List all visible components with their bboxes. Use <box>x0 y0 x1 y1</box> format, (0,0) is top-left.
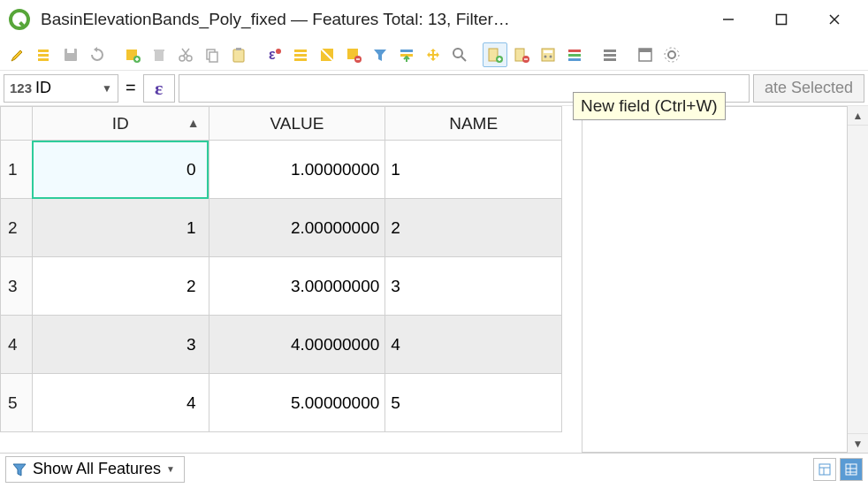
settings-icon[interactable] <box>659 42 684 67</box>
table-row[interactable]: 434.000000004 <box>1 316 562 374</box>
zoom-to-icon[interactable] <box>447 42 472 67</box>
table-empty-area <box>582 106 847 453</box>
maximize-button[interactable] <box>755 2 808 37</box>
dock-icon[interactable] <box>633 42 658 67</box>
deselect-icon[interactable] <box>341 42 366 67</box>
svg-rect-19 <box>233 50 244 62</box>
column-header-name[interactable]: NAME <box>385 107 562 141</box>
svg-point-39 <box>550 55 552 57</box>
cell-id[interactable]: 0 <box>32 141 209 199</box>
equals-label: = <box>122 78 140 98</box>
expression-select-icon[interactable]: ε <box>262 42 286 67</box>
svg-rect-25 <box>294 58 307 61</box>
svg-rect-3 <box>777 15 787 25</box>
invert-select-icon[interactable] <box>315 42 339 67</box>
add-feature-icon[interactable] <box>120 42 145 67</box>
svg-rect-6 <box>38 50 49 52</box>
move-top-icon[interactable] <box>394 42 419 67</box>
svg-rect-18 <box>209 52 217 62</box>
cell-name[interactable]: 5 <box>385 374 562 432</box>
field-calc-bar: 123 ID ▼ = ε ate Selected <box>0 71 868 106</box>
vertical-scrollbar[interactable]: ▲ ▼ <box>847 106 868 453</box>
svg-rect-37 <box>544 50 552 53</box>
reload-icon[interactable] <box>85 42 110 67</box>
cell-id[interactable]: 2 <box>32 257 209 316</box>
table-view-button[interactable] <box>840 458 863 481</box>
filter-icon <box>11 461 27 477</box>
qgis-app-icon <box>7 7 32 32</box>
conditional-format-icon[interactable] <box>562 42 587 67</box>
actions-icon[interactable] <box>598 42 622 67</box>
cell-value[interactable]: 5.00000000 <box>209 374 385 432</box>
delete-field-icon[interactable] <box>509 42 534 67</box>
cell-name[interactable]: 3 <box>385 257 562 316</box>
table-row[interactable]: 212.000000002 <box>1 199 562 257</box>
attribute-table-area: ID▲ VALUE NAME 101.000000001212.00000000… <box>0 106 868 453</box>
svg-rect-8 <box>38 58 49 61</box>
select-all-icon[interactable] <box>288 42 313 67</box>
close-button[interactable] <box>808 2 861 37</box>
svg-rect-44 <box>604 54 616 57</box>
pan-to-icon[interactable] <box>421 42 445 67</box>
svg-rect-50 <box>819 464 830 475</box>
cell-name[interactable]: 1 <box>385 141 562 199</box>
cell-value[interactable]: 3.00000000 <box>209 257 385 316</box>
row-header[interactable]: 3 <box>1 257 33 316</box>
status-bar: Show All Features ▼ <box>0 453 868 484</box>
delete-feature-icon[interactable] <box>147 42 171 67</box>
scroll-up-icon[interactable]: ▲ <box>848 106 868 126</box>
window-controls <box>702 2 861 37</box>
svg-rect-47 <box>639 49 651 52</box>
update-selected-button[interactable]: ate Selected <box>753 74 864 103</box>
cell-id[interactable]: 1 <box>32 199 209 257</box>
toolbar: ε <box>0 39 868 71</box>
field-select[interactable]: 123 ID ▼ <box>4 74 118 103</box>
table-row[interactable]: 101.000000001 <box>1 141 562 199</box>
svg-rect-7 <box>38 54 49 57</box>
column-header-value[interactable]: VALUE <box>209 107 385 141</box>
cell-value[interactable]: 1.00000000 <box>209 141 385 199</box>
window-title: BasinElevationBands_Poly_fixed — Feature… <box>41 10 702 29</box>
row-header[interactable]: 4 <box>1 316 33 374</box>
save-edits-icon[interactable] <box>58 42 83 67</box>
cell-name[interactable]: 4 <box>385 316 562 374</box>
scroll-down-icon[interactable]: ▼ <box>848 433 868 453</box>
svg-point-31 <box>453 49 462 57</box>
svg-point-15 <box>179 56 185 61</box>
multi-edit-icon[interactable] <box>32 42 57 67</box>
column-header-id[interactable]: ID▲ <box>32 107 209 141</box>
row-header[interactable]: 2 <box>1 199 33 257</box>
table-row[interactable]: 545.000000005 <box>1 374 562 432</box>
cell-name[interactable]: 2 <box>385 199 562 257</box>
svg-point-48 <box>668 51 675 58</box>
field-type-prefix: 123 <box>10 80 32 95</box>
svg-rect-29 <box>400 50 413 52</box>
filter-select-icon[interactable] <box>368 42 392 67</box>
svg-rect-53 <box>846 464 857 475</box>
minimize-button[interactable] <box>702 2 755 37</box>
row-header[interactable]: 5 <box>1 374 33 432</box>
svg-rect-42 <box>568 58 581 61</box>
titlebar: BasinElevationBands_Poly_fixed — Feature… <box>0 0 868 39</box>
show-all-features-button[interactable]: Show All Features ▼ <box>5 456 185 483</box>
paste-icon[interactable] <box>226 42 251 67</box>
cell-value[interactable]: 2.00000000 <box>209 199 385 257</box>
field-calc-icon[interactable] <box>536 42 560 67</box>
pencil-icon[interactable] <box>5 42 30 67</box>
table-row[interactable]: 323.000000003 <box>1 257 562 316</box>
attribute-table: ID▲ VALUE NAME 101.000000001212.00000000… <box>0 106 562 432</box>
corner-header[interactable] <box>1 107 33 141</box>
svg-rect-41 <box>568 54 581 57</box>
new-field-button[interactable] <box>483 42 507 67</box>
form-view-button[interactable] <box>813 458 836 481</box>
svg-rect-45 <box>604 58 616 61</box>
cut-icon[interactable] <box>173 42 198 67</box>
svg-rect-13 <box>155 51 164 61</box>
cell-id[interactable]: 3 <box>32 316 209 374</box>
svg-rect-43 <box>604 50 616 52</box>
row-header[interactable]: 1 <box>1 141 33 199</box>
copy-icon[interactable] <box>200 42 225 67</box>
cell-id[interactable]: 4 <box>32 374 209 432</box>
cell-value[interactable]: 4.00000000 <box>209 316 385 374</box>
expression-dialog-button[interactable]: ε <box>143 74 175 103</box>
